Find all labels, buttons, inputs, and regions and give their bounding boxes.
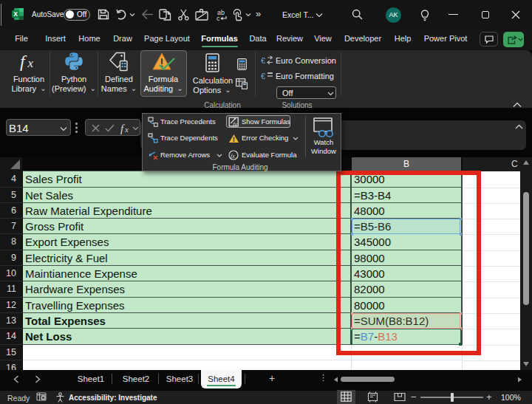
- svg-text:€: €: [261, 72, 265, 81]
- svg-text:€: €: [261, 56, 265, 65]
- svg-text:fx: fx: [233, 120, 237, 127]
- svg-text:fx: fx: [231, 153, 235, 160]
- svg-text:c: c: [216, 15, 220, 21]
- svg-text:x: x: [27, 56, 34, 70]
- svg-text:f: f: [20, 52, 27, 71]
- svg-text:X: X: [13, 10, 18, 18]
- svg-text:x: x: [124, 125, 129, 134]
